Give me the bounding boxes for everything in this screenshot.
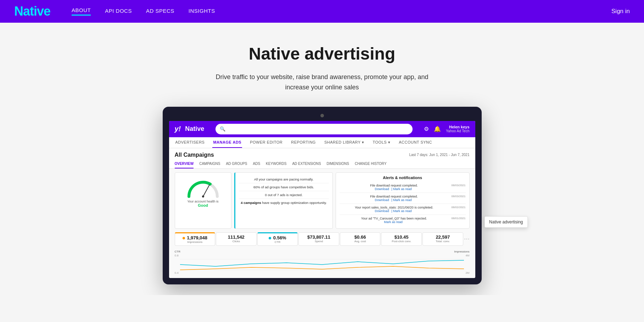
ctr-dot bbox=[269, 237, 271, 239]
notif-item-4: Your ad "TV_Carousel_Q3" has been reject… bbox=[340, 215, 466, 226]
spend-label: Spend bbox=[302, 240, 335, 243]
hero-section: Native advertising Drive traffic to your… bbox=[0, 23, 644, 295]
nav-api-docs[interactable]: API DOCS bbox=[105, 8, 132, 15]
health-value: Good bbox=[198, 203, 208, 207]
device-camera bbox=[320, 114, 324, 117]
notif-download-3[interactable]: Download bbox=[375, 209, 389, 213]
campaign-tabs: OVERVIEW CAMPAIGNS AD GROUPS ADS KEYWORD… bbox=[169, 160, 475, 169]
notif-mark-read-4[interactable]: Mark as read bbox=[384, 220, 403, 224]
tab-ad-groups[interactable]: AD GROUPS bbox=[226, 160, 247, 168]
campaign-header: All Campaigns Last 7 days: Jun 1, 2021 -… bbox=[169, 148, 475, 160]
y-axis-top-right: 4M bbox=[465, 254, 469, 257]
app-header-right: ⚙ 🔔 Helen keys Yahoo Ad Tech bbox=[424, 125, 469, 133]
svg-point-1 bbox=[202, 195, 204, 198]
notif-download-2[interactable]: Download bbox=[375, 198, 389, 202]
notif-mark-read-3[interactable]: Mark as read bbox=[393, 209, 412, 213]
gauge-chart bbox=[185, 177, 221, 198]
total-conv-label: Total: conv. bbox=[426, 240, 459, 243]
notifications-title: Alerts & notifications bbox=[340, 176, 466, 180]
metric-more-button[interactable]: ⋯ bbox=[464, 232, 470, 246]
signin-button[interactable]: Sign in bbox=[611, 8, 630, 15]
user-sub: Yahoo Ad Tech bbox=[446, 129, 469, 133]
screenshot-container: y! Native 🔍 ⚙ 🔔 Helen keys Yahoo Ad Tech bbox=[163, 107, 482, 284]
chart-labels: CTR Impressions bbox=[175, 250, 470, 253]
impressions-label: Impressions bbox=[179, 240, 212, 244]
notifications-panel: Alerts & notifications File download req… bbox=[336, 172, 470, 229]
nav-insights[interactable]: INSIGHTS bbox=[189, 8, 215, 15]
nav-ad-specs[interactable]: AD SPECS bbox=[146, 8, 174, 15]
y-axis-top-left: 0.8 bbox=[175, 254, 179, 257]
chart-left-label: CTR bbox=[175, 250, 180, 253]
notif-item-3: Your report sales_tools_stats: 2021/06/2… bbox=[340, 204, 466, 215]
tab-campaigns[interactable]: CAMPAIGNS bbox=[199, 160, 220, 168]
app-logo-text: Native bbox=[185, 125, 204, 133]
nav-about[interactable]: ABOUT bbox=[72, 7, 91, 16]
yahoo-logo-icon: y! bbox=[175, 125, 181, 133]
logo[interactable]: Native bbox=[14, 4, 50, 19]
hero-title: Native advertising bbox=[7, 44, 637, 63]
notif-item-2: File download request completed. Downloa… bbox=[340, 193, 466, 204]
tab-dimensions[interactable]: DIMENSIONS bbox=[327, 160, 349, 168]
alert-item-4: 4 campaigns have supply group optimizati… bbox=[239, 199, 329, 206]
alert-item-3: 0 out of 7 ads is rejected. bbox=[239, 191, 329, 199]
alerts-panel: All your campaigns are pacing normally. … bbox=[234, 172, 333, 229]
tab-change-history[interactable]: CHANGE HISTORY bbox=[355, 160, 387, 168]
user-name: Helen keys bbox=[446, 125, 469, 129]
app-nav-reporting[interactable]: REPORTING bbox=[290, 137, 317, 148]
app-nav-shared-library[interactable]: SHARED LIBRARY ▾ bbox=[324, 137, 365, 148]
metric-impressions[interactable]: 1,979,048 Impressions bbox=[175, 232, 215, 246]
app-nav-manage-ads[interactable]: MANAGE ADS bbox=[212, 137, 242, 148]
chart-right-label: Impressions bbox=[454, 250, 469, 253]
tab-ads[interactable]: ADS bbox=[253, 160, 261, 168]
clicks-label: Clicks bbox=[220, 240, 253, 243]
metric-clicks[interactable]: 111,542 Clicks bbox=[216, 232, 257, 246]
app-search-bar[interactable]: 🔍 bbox=[215, 124, 413, 134]
notif-mark-read-2[interactable]: Mark as read bbox=[393, 198, 412, 202]
date-range: Last 7 days: Jun 1, 2021 - Jun 7, 2021 bbox=[409, 153, 469, 157]
notification-icon[interactable]: 🔔 bbox=[434, 126, 441, 132]
tab-keywords[interactable]: KEYWORDS bbox=[266, 160, 286, 168]
y-axis-bottom-right: 2M bbox=[465, 271, 469, 274]
user-info: Helen keys Yahoo Ad Tech bbox=[446, 125, 469, 133]
tab-overview[interactable]: OVERVIEW bbox=[175, 160, 194, 168]
alert-item-2: 60% of ad groups have competitive bids. bbox=[239, 183, 329, 191]
ctr-label: CTR bbox=[261, 240, 294, 244]
metric-post-click[interactable]: $10.45 Post-click conv. bbox=[381, 232, 422, 246]
app-nav-account-sync[interactable]: ACCOUNT SYNC bbox=[398, 137, 433, 148]
hero-subtitle: Drive traffic to your website, raise bra… bbox=[209, 72, 436, 93]
app-nav-power-editor[interactable]: POWER EDITOR bbox=[249, 137, 283, 148]
app-nav-tools[interactable]: TOOLS ▾ bbox=[372, 137, 391, 148]
main-header: Native ABOUT API DOCS AD SPECS INSIGHTS … bbox=[0, 0, 644, 23]
metrics-row: 1,979,048 Impressions 111,542 Clicks 0.5… bbox=[169, 232, 475, 248]
health-label: Your account health is bbox=[187, 200, 218, 203]
app-nav: ADVERTISERS MANAGE ADS POWER EDITOR REPO… bbox=[169, 137, 475, 148]
search-icon: 🔍 bbox=[220, 126, 225, 132]
main-nav: ABOUT API DOCS AD SPECS INSIGHTS bbox=[72, 7, 215, 16]
campaign-title: All Campaigns bbox=[175, 152, 214, 158]
metric-avg-cost[interactable]: $0.66 Avg. cost bbox=[340, 232, 381, 246]
notif-mark-read-1[interactable]: Mark as read bbox=[393, 187, 412, 191]
metric-ctr[interactable]: 0.56% CTR bbox=[257, 232, 298, 246]
health-panel: Your account health is Good bbox=[175, 172, 231, 229]
alert-item-1: All your campaigns are pacing normally. bbox=[239, 176, 329, 183]
svg-line-0 bbox=[203, 185, 209, 196]
y-axis-bottom-left: 0.4 bbox=[175, 271, 179, 274]
main-content: Your account health is Good All your cam… bbox=[169, 169, 475, 232]
device-top bbox=[169, 114, 475, 117]
device-frame: y! Native 🔍 ⚙ 🔔 Helen keys Yahoo Ad Tech bbox=[163, 107, 482, 284]
chart-svg bbox=[180, 254, 464, 275]
tab-ad-extensions[interactable]: AD EXTENSIONS bbox=[292, 160, 321, 168]
avg-cost-label: Avg. cost bbox=[344, 240, 377, 243]
settings-icon[interactable]: ⚙ bbox=[424, 126, 429, 132]
notif-download-1[interactable]: Download bbox=[375, 187, 389, 191]
app-header: y! Native 🔍 ⚙ 🔔 Helen keys Yahoo Ad Tech bbox=[169, 121, 475, 137]
app-nav-advertisers[interactable]: ADVERTISERS bbox=[175, 137, 206, 148]
post-click-label: Post-click conv. bbox=[385, 240, 418, 243]
app-screen: y! Native 🔍 ⚙ 🔔 Helen keys Yahoo Ad Tech bbox=[169, 121, 475, 278]
native-advertising-tooltip: Native advertising bbox=[485, 216, 527, 228]
chart-area: CTR Impressions 0.8 0.4 bbox=[169, 248, 475, 278]
metric-total-conv[interactable]: 22,597 Total: conv. bbox=[422, 232, 463, 246]
notif-item-1: File download request completed. Downloa… bbox=[340, 182, 466, 193]
metric-spend[interactable]: $73,807.11 Spend bbox=[298, 232, 339, 246]
impressions-dot bbox=[183, 237, 185, 239]
